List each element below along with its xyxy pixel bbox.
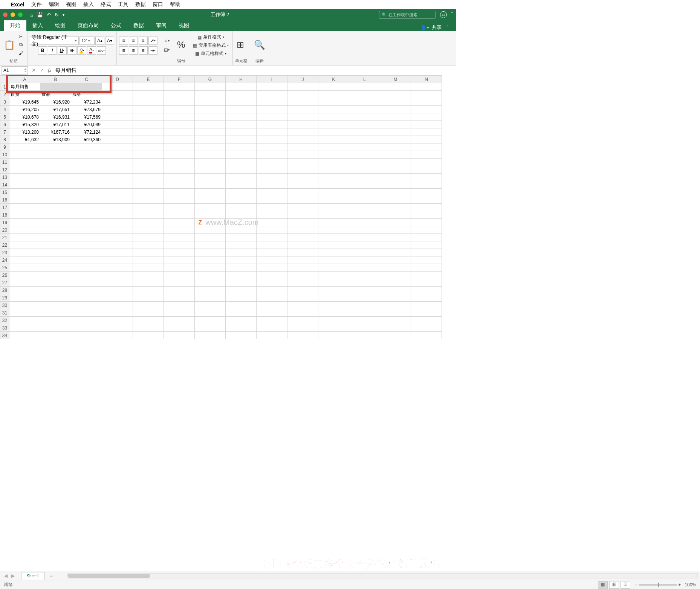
row-header-7[interactable]: 7 [0, 128, 9, 136]
cell-L26[interactable] [349, 272, 380, 279]
cell-J30[interactable] [287, 302, 318, 309]
cell-A26[interactable] [9, 272, 40, 279]
cell-J28[interactable] [287, 287, 318, 294]
cell-C33[interactable] [71, 324, 102, 332]
cell-A6[interactable]: ¥15,320 [9, 121, 40, 128]
cell-J27[interactable] [287, 279, 318, 287]
cell-H27[interactable] [226, 279, 257, 287]
cell-F8[interactable] [164, 136, 195, 143]
cell-J13[interactable] [287, 174, 318, 181]
cell-A34[interactable] [9, 332, 40, 339]
cell-A23[interactable] [9, 249, 40, 256]
cell-K19[interactable] [318, 219, 349, 226]
cell-D9[interactable] [102, 143, 133, 151]
cell-I24[interactable] [257, 256, 287, 264]
underline-button[interactable]: U▾ [58, 46, 67, 55]
cell-B31[interactable] [40, 309, 71, 317]
row-header-11[interactable]: 11 [0, 159, 9, 166]
cell-G30[interactable] [195, 302, 226, 309]
cell-F9[interactable] [164, 143, 195, 151]
share-button[interactable]: 共享 [432, 24, 442, 31]
row-header-12[interactable]: 12 [0, 166, 9, 174]
cell-J2[interactable] [287, 91, 318, 98]
cell-A24[interactable] [9, 256, 40, 264]
cell-G11[interactable] [195, 159, 226, 166]
tab-formulas[interactable]: 公式 [105, 20, 127, 31]
cell-J18[interactable] [287, 211, 318, 219]
cell-B21[interactable] [40, 234, 71, 241]
row-header-8[interactable]: 8 [0, 136, 9, 143]
cell-H2[interactable] [226, 91, 257, 98]
cell-M13[interactable] [380, 174, 411, 181]
cell-B16[interactable] [40, 196, 71, 204]
cell-E34[interactable] [133, 332, 164, 339]
cell-N5[interactable] [411, 113, 442, 121]
cell-C14[interactable] [71, 181, 102, 189]
cell-E3[interactable] [133, 98, 164, 106]
cell-C31[interactable] [71, 309, 102, 317]
cell-K26[interactable] [318, 272, 349, 279]
cell-B30[interactable] [40, 302, 71, 309]
cell-G31[interactable] [195, 309, 226, 317]
cell-I30[interactable] [257, 302, 287, 309]
cell-A16[interactable] [9, 196, 40, 204]
cell-I12[interactable] [257, 166, 287, 174]
cell-M26[interactable] [380, 272, 411, 279]
cell-N15[interactable] [411, 189, 442, 196]
cell-N33[interactable] [411, 324, 442, 332]
col-header-I[interactable]: I [257, 76, 287, 83]
cell-C16[interactable] [71, 196, 102, 204]
conditional-format-button[interactable]: ▦条件格式▾ [196, 34, 226, 41]
cell-N10[interactable] [411, 151, 442, 159]
cell-M27[interactable] [380, 279, 411, 287]
cell-E8[interactable] [133, 136, 164, 143]
cell-M9[interactable] [380, 143, 411, 151]
cell-L10[interactable] [349, 151, 380, 159]
cell-I33[interactable] [257, 324, 287, 332]
cell-N9[interactable] [411, 143, 442, 151]
cell-K2[interactable] [318, 91, 349, 98]
cell-C17[interactable] [71, 204, 102, 211]
cell-K31[interactable] [318, 309, 349, 317]
row-header-24[interactable]: 24 [0, 256, 9, 264]
format-painter-icon[interactable]: 🖌 [17, 49, 25, 57]
cell-H14[interactable] [226, 181, 257, 189]
menu-file[interactable]: 文件 [31, 1, 42, 8]
menu-app-name[interactable]: Excel [11, 2, 24, 8]
cell-I9[interactable] [257, 143, 287, 151]
cell-style-button[interactable]: ▦单元格样式▾ [194, 50, 228, 57]
cell-M12[interactable] [380, 166, 411, 174]
cell-L19[interactable] [349, 219, 380, 226]
cell-G13[interactable] [195, 174, 226, 181]
cell-K9[interactable] [318, 143, 349, 151]
cell-A4[interactable]: ¥16,205 [9, 106, 40, 113]
row-header-5[interactable]: 5 [0, 113, 9, 121]
cell-C22[interactable] [71, 241, 102, 249]
edit-button[interactable]: 🔍 [252, 39, 267, 51]
wrap-text-icon[interactable]: ⤶▾ [162, 37, 171, 45]
cell-H9[interactable] [226, 143, 257, 151]
cell-M7[interactable] [380, 128, 411, 136]
col-header-J[interactable]: J [287, 76, 318, 83]
cell-C12[interactable] [71, 166, 102, 174]
cell-G9[interactable] [195, 143, 226, 151]
cell-N17[interactable] [411, 204, 442, 211]
cell-F20[interactable] [164, 226, 195, 234]
cell-M21[interactable] [380, 234, 411, 241]
cell-J20[interactable] [287, 226, 318, 234]
cell-J16[interactable] [287, 196, 318, 204]
align-left-icon[interactable]: ≡ [119, 46, 128, 55]
cell-K5[interactable] [318, 113, 349, 121]
cell-I25[interactable] [257, 264, 287, 272]
cell-C10[interactable] [71, 151, 102, 159]
menu-view[interactable]: 视图 [66, 1, 76, 8]
cell-H30[interactable] [226, 302, 257, 309]
cell-G32[interactable] [195, 317, 226, 324]
cell-H33[interactable] [226, 324, 257, 332]
cell-B15[interactable] [40, 189, 71, 196]
cell-D24[interactable] [102, 256, 133, 264]
cell-A17[interactable] [9, 204, 40, 211]
save-icon[interactable]: 💾 [37, 12, 43, 18]
cell-B2[interactable]: 食品 [40, 91, 71, 98]
cell-E18[interactable] [133, 211, 164, 219]
